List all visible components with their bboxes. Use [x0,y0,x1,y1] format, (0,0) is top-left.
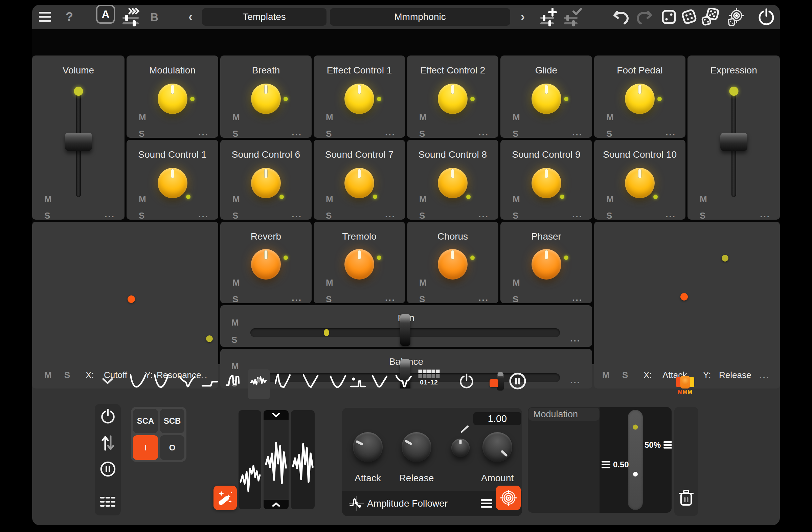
confirm-mapping-button[interactable] [563,5,582,29]
strip-pause-button[interactable] [509,372,526,391]
lfo-variation-high[interactable] [291,410,315,509]
help-button[interactable]: ? [63,5,75,29]
trash-icon[interactable] [678,489,694,506]
more-options-button[interactable]: ... [572,293,583,303]
midi-learn-m[interactable]: M [232,277,240,288]
midi-learn-s[interactable]: S [700,211,706,221]
knob[interactable] [158,168,187,198]
midi-learn-s[interactable]: S [419,211,425,221]
lfo-shape-step-up[interactable] [201,373,219,390]
midi-learn-m[interactable]: M [512,277,520,288]
preset-name-button[interactable]: Mmmphonic [330,8,510,26]
morph-button[interactable] [121,5,141,29]
lfo-pause-button[interactable] [100,461,116,478]
midi-learn-s[interactable]: S [232,294,238,305]
slot-b-button[interactable]: B [148,5,160,29]
more-options-button[interactable]: ... [478,209,489,220]
randomize-one-button[interactable] [660,5,678,29]
midi-learn-s[interactable]: S [512,129,518,139]
lfo-power-button[interactable] [101,409,115,425]
knob[interactable] [625,84,655,114]
xy-dot-orange[interactable] [680,293,688,301]
knob[interactable] [532,249,561,279]
knob[interactable] [438,168,467,198]
randomize-target-button[interactable] [726,5,745,29]
more-options-button[interactable]: ... [198,127,209,138]
more-options-button[interactable]: ... [198,209,209,220]
knob[interactable] [251,84,281,114]
midi-learn-s[interactable]: S [232,211,238,221]
output-button[interactable]: O [160,435,184,460]
lfo-shape-valley-sharp[interactable] [302,373,320,390]
knob[interactable] [345,249,374,279]
lfo-shape-valley-smooth[interactable] [329,373,347,390]
mini-fader-button[interactable] [489,372,506,391]
midi-learn-m[interactable]: M [512,112,520,123]
shape-bank-button[interactable]: 01-12 [419,370,440,386]
lfo-shape-spike-valley[interactable] [274,373,292,390]
midi-learn-s[interactable]: S [606,129,612,139]
midi-learn-m[interactable]: M [231,317,239,328]
variation-down-button[interactable] [264,500,289,509]
midi-learn-m[interactable]: M [139,194,146,204]
knob[interactable] [158,84,187,114]
knob[interactable] [625,168,655,198]
knob[interactable] [251,168,281,198]
knob[interactable] [438,249,467,279]
templates-button[interactable]: Templates [202,8,327,26]
midi-learn-m[interactable]: M [326,277,333,288]
lfo-variation-low[interactable] [238,410,261,509]
attack-knob[interactable] [353,432,383,462]
slider-handle[interactable] [400,314,410,346]
strip-power-button[interactable] [459,374,474,390]
lfo-shape-dip-curve[interactable] [178,373,196,390]
randomize-alt-button[interactable] [681,5,698,29]
knob[interactable] [438,84,467,114]
lfo-shape-random[interactable] [250,373,268,390]
amount-knob[interactable] [482,432,512,462]
more-options-button[interactable]: ... [478,293,489,303]
more-options-button[interactable]: ... [570,333,581,344]
knob[interactable] [345,168,374,198]
midi-learn-m[interactable]: M [512,194,520,204]
lfo-shape-sample-hold[interactable] [349,373,367,390]
more-options-button[interactable]: ... [760,209,770,220]
xy-pad-right[interactable]: MSX:AttackY:Release... [594,222,780,389]
midi-learn-m[interactable]: M [232,194,240,204]
more-options-button[interactable]: ... [385,293,395,303]
slider-handle[interactable] [720,133,748,151]
mod-value-chip[interactable]: 0.50 [601,460,629,470]
slider-handle[interactable] [65,133,92,151]
randomize-all-button[interactable] [701,5,720,29]
sidechain-b-button[interactable]: SCB [160,409,184,433]
magic-wand-button[interactable] [214,486,237,510]
lfo-variation-current[interactable] [264,410,289,509]
lfo-shape-valley-sine[interactable] [129,373,147,390]
xy-dot-yellow[interactable] [206,335,213,342]
mod-target-area[interactable] [528,407,599,513]
more-options-button[interactable]: ... [104,209,115,220]
power-button[interactable] [757,5,776,29]
midi-learn-s[interactable]: S [231,335,237,345]
midi-learn-m[interactable]: M [700,194,707,204]
midi-learn-m[interactable]: M [139,112,146,123]
redo-button[interactable] [635,5,653,29]
variation-up-button[interactable] [264,410,289,420]
mini-knob[interactable] [451,438,469,457]
xy-dot-yellow[interactable] [722,255,728,262]
sidechain-a-button[interactable]: SCA [133,409,158,433]
knob[interactable] [251,249,281,279]
pattern-list-button[interactable] [100,497,116,508]
more-options-button[interactable]: ... [666,127,676,138]
lfo-shape-pulse-step[interactable] [224,373,243,390]
knob[interactable] [532,168,561,198]
source-menu-icon[interactable] [481,499,492,508]
mod-target-button[interactable] [496,486,521,510]
more-options-button[interactable]: ... [572,127,583,138]
midi-learn-m[interactable]: M [326,194,333,204]
volume-slider[interactable] [76,89,81,197]
lfo-shape-valley-triangle[interactable] [152,373,171,390]
midi-learn-m[interactable]: M [419,277,426,288]
midi-learn-s[interactable]: S [326,294,332,305]
collapse-strip-button[interactable] [102,378,113,386]
